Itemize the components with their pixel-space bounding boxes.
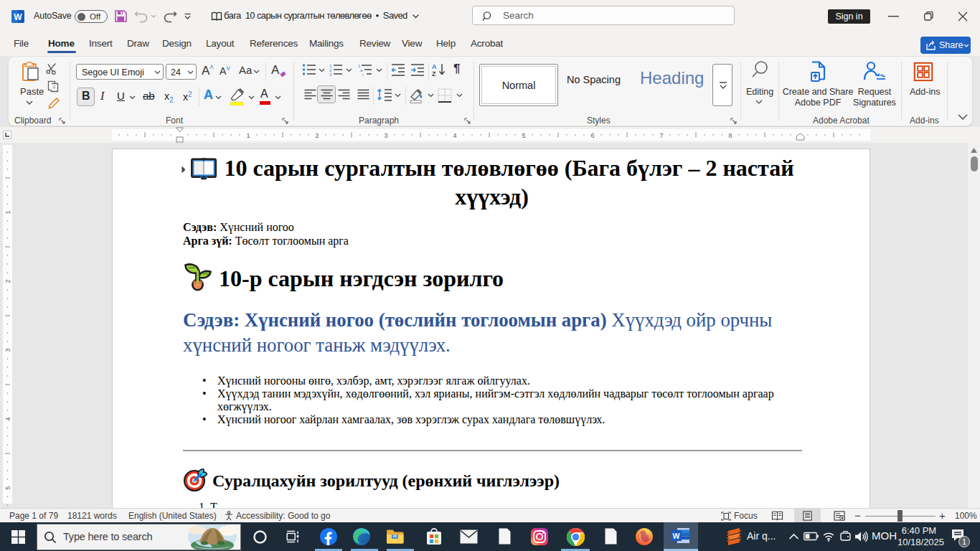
svg-text:1: 1 [4,210,11,214]
svg-text:6: 6 [590,132,594,139]
svg-text:8: 8 [728,132,732,139]
svg-text:Z: Z [432,70,436,77]
svg-text:4: 4 [4,417,11,420]
svg-text:i: i [362,72,363,77]
svg-text:2: 2 [315,132,319,139]
svg-text:1: 1 [246,132,250,139]
svg-text:7: 7 [659,132,663,139]
svg-text:3: 3 [4,348,11,352]
svg-text:5: 5 [4,486,11,489]
svg-text:5: 5 [522,132,525,139]
svg-text:A: A [432,63,437,70]
svg-text:3: 3 [329,72,332,77]
svg-text:4: 4 [453,132,456,139]
svg-text:2: 2 [4,279,11,283]
svg-text:W: W [14,12,22,22]
svg-text:W: W [673,532,680,540]
svg-text:3: 3 [384,132,387,139]
